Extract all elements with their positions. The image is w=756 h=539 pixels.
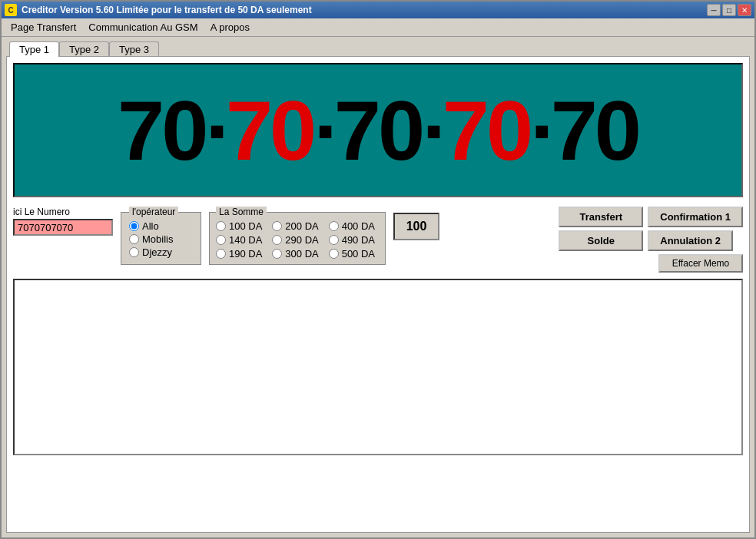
transfert-button[interactable]: Transfert	[559, 207, 643, 227]
close-button[interactable]: ✕	[738, 4, 751, 16]
effacer-memo-button[interactable]: Effacer Memo	[658, 254, 743, 273]
digit-4: 70	[443, 83, 530, 177]
somme-290-input[interactable]	[272, 235, 282, 245]
somme-legend: La Somme	[216, 207, 267, 217]
digit-5: 70	[551, 83, 638, 177]
digit-1: 70	[118, 83, 205, 177]
numero-group: ici Le Numero	[13, 207, 113, 236]
somme-300-input[interactable]	[272, 249, 282, 259]
menu-bar: Page Transfert Communication Au GSM A pr…	[2, 18, 754, 37]
operateur-group: l'opérateur Allo Mobilis Djezzy	[121, 207, 201, 265]
somme-190-label: 190 DA	[229, 248, 262, 260]
tab-type1[interactable]: Type 1	[9, 41, 59, 57]
main-window: C Creditor Version 5.60 Limitée pour le …	[0, 0, 756, 539]
radio-mobilis-label: Mobilis	[142, 233, 173, 245]
inner-panel: Type 1 Type 2 Type 3 70·70·70·70·70 ici …	[2, 37, 754, 537]
somme-200: 200 DA	[272, 220, 322, 232]
somme-140-label: 140 DA	[229, 234, 262, 246]
somme-100-input[interactable]	[216, 221, 226, 231]
display-number: 70·70·70·70·70	[118, 88, 638, 173]
radio-allo: Allo	[129, 220, 193, 232]
somme-490: 490 DA	[329, 234, 379, 246]
numero-label: ici Le Numero	[13, 207, 113, 217]
window-title: Creditor Version 5.60 Limitée pour le tr…	[22, 5, 312, 15]
somme-500-label: 500 DA	[342, 248, 375, 260]
digit-2: 70	[226, 83, 313, 177]
annulation-button[interactable]: Annulation 2	[648, 230, 733, 251]
somme-grid: 100 DA 200 DA 400 DA 140 DA	[216, 220, 379, 260]
dot-3: ·	[422, 83, 443, 177]
radio-djezzy: Djezzy	[129, 246, 193, 258]
somme-500-input[interactable]	[329, 249, 339, 259]
value-box: 100	[393, 213, 439, 240]
title-bar-controls: ─ □ ✕	[707, 4, 751, 16]
somme-500: 500 DA	[329, 248, 379, 260]
somme-300: 300 DA	[272, 248, 322, 260]
somme-300-label: 300 DA	[285, 248, 318, 260]
inner-tab-bar: Type 1 Type 2 Type 3	[6, 41, 750, 57]
controls-area: ici Le Numero l'opérateur Allo Mobilis	[13, 207, 743, 273]
btn-row-2: Solde Annulation 2	[559, 230, 743, 251]
somme-490-input[interactable]	[329, 235, 339, 245]
radio-djezzy-input[interactable]	[129, 247, 139, 257]
menu-page-transfert[interactable]: Page Transfert	[5, 20, 82, 35]
menu-communication-gsm[interactable]: Communication Au GSM	[82, 20, 204, 35]
title-bar: C Creditor Version 5.60 Limitée pour le …	[2, 2, 754, 18]
somme-290-label: 290 DA	[285, 234, 318, 246]
display-area: 70·70·70·70·70	[13, 63, 743, 197]
radio-djezzy-label: Djezzy	[142, 246, 172, 258]
memo-wrapper	[13, 279, 743, 526]
somme-190-input[interactable]	[216, 249, 226, 259]
tab-type3[interactable]: Type 3	[109, 41, 159, 57]
radio-mobilis-input[interactable]	[129, 234, 139, 244]
somme-140: 140 DA	[216, 234, 266, 246]
somme-140-input[interactable]	[216, 235, 226, 245]
somme-100: 100 DA	[216, 220, 266, 232]
buttons-group: Transfert Confirmation 1 Solde Annulatio…	[559, 207, 743, 273]
maximize-button[interactable]: □	[722, 4, 736, 16]
somme-400-label: 400 DA	[342, 220, 375, 232]
somme-200-input[interactable]	[272, 221, 282, 231]
somme-100-label: 100 DA	[229, 220, 262, 232]
btn-row-3: Effacer Memo	[559, 254, 743, 273]
solde-button[interactable]: Solde	[559, 230, 643, 251]
title-bar-title: C Creditor Version 5.60 Limitée pour le …	[5, 4, 312, 16]
app-icon: C	[5, 4, 17, 16]
somme-200-label: 200 DA	[285, 220, 318, 232]
somme-400-input[interactable]	[329, 221, 339, 231]
radio-mobilis: Mobilis	[129, 233, 193, 245]
somme-group: La Somme 100 DA 200 DA 400 DA	[209, 207, 386, 265]
memo-textarea[interactable]	[13, 279, 743, 455]
dot-4: ·	[530, 83, 551, 177]
confirmation-button[interactable]: Confirmation 1	[648, 207, 743, 227]
somme-400: 400 DA	[329, 220, 379, 232]
btn-row-1: Transfert Confirmation 1	[559, 207, 743, 227]
numero-input[interactable]	[13, 219, 113, 236]
inner-content: 70·70·70·70·70 ici Le Numero l'opérateur…	[6, 56, 750, 533]
menu-a-propos[interactable]: A propos	[204, 20, 256, 35]
dot-2: ·	[313, 83, 334, 177]
somme-290: 290 DA	[272, 234, 322, 246]
dot-1: ·	[205, 83, 226, 177]
radio-allo-input[interactable]	[129, 221, 139, 231]
operateur-legend: l'opérateur	[129, 207, 178, 217]
somme-490-label: 490 DA	[342, 234, 375, 246]
digit-3: 70	[334, 83, 422, 177]
radio-allo-label: Allo	[142, 220, 159, 232]
minimize-button[interactable]: ─	[707, 4, 721, 16]
somme-190: 190 DA	[216, 248, 266, 260]
tab-type2[interactable]: Type 2	[59, 41, 109, 57]
